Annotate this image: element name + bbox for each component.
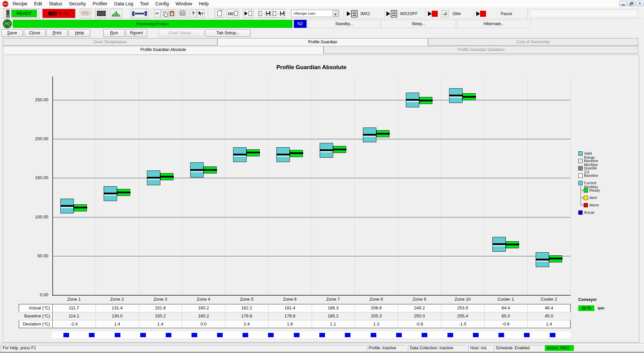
legend-label: Current Min/Max — [584, 181, 598, 189]
table-cell: -2.4 — [52, 320, 96, 328]
menu-window[interactable]: Window — [172, 0, 196, 8]
view-recipe-button[interactable] — [227, 9, 239, 18]
tab-profile-guardian[interactable]: Profile Guardian — [217, 38, 428, 46]
column-separator — [355, 77, 355, 296]
menu-help[interactable]: Help — [196, 0, 212, 8]
save-button[interactable]: Save — [1, 29, 23, 37]
gridline — [52, 295, 571, 296]
tab-profile-guardian-absolute[interactable]: Profile Guardian Absolute — [3, 46, 324, 54]
close-button[interactable]: × — [636, 1, 644, 6]
cut-button[interactable]: ✂ — [154, 9, 161, 17]
standby-button[interactable]: Standby... — [308, 20, 380, 28]
baseline-minmax-box — [104, 195, 117, 196]
menu-config[interactable]: Config — [152, 0, 172, 8]
chart-setup-button[interactable]: Chart Setup... — [159, 29, 204, 37]
help-topics-button[interactable]: ? — [190, 9, 197, 17]
minimize-button[interactable] — [619, 1, 627, 6]
statusbar-help-text: For Help, press F1 — [1, 345, 365, 351]
sleep-button[interactable]: Sleep... — [381, 20, 456, 28]
actual-bar — [505, 244, 519, 245]
menu-bar: BTU RecipeEditStatusSecurityProfilerData… — [0, 0, 644, 8]
print-button[interactable]: Print — [46, 29, 68, 37]
table-cell: 46.4 — [527, 304, 571, 312]
menu-security[interactable]: Security — [65, 0, 89, 8]
gridline — [52, 217, 571, 217]
gridline — [52, 256, 571, 256]
status-panel-schedule: Schedule: Enabled — [494, 345, 544, 351]
close-recipe-button[interactable]: Close — [24, 29, 45, 37]
recipe-list-icon — [351, 10, 358, 17]
tab-profile-guardian-deviation[interactable]: Profile Guardian Deviation — [324, 46, 638, 54]
table-cell: 255.4 — [441, 312, 484, 320]
oiler-crosshair-icon — [441, 10, 449, 17]
cut-icon: ✂ — [155, 11, 159, 16]
run-recipe-button[interactable] — [243, 9, 254, 18]
save-recipe-button[interactable]: → — [258, 9, 271, 18]
baseline-minmax-box — [191, 171, 203, 172]
paste-icon — [170, 11, 174, 16]
table-cell: 205.3 — [355, 312, 398, 320]
menu-tool[interactable]: Tool — [137, 0, 152, 8]
table-cell: 1.4 — [139, 320, 182, 328]
pause-button[interactable]: Pause — [476, 9, 523, 18]
baseline-minmax-box — [147, 179, 160, 180]
imx2off-button[interactable]: IMX2OFF — [386, 9, 423, 18]
copy-button[interactable] — [161, 9, 168, 17]
tab-setup-button[interactable]: Tab Setup... — [205, 29, 251, 37]
zone-chart-button[interactable] — [110, 9, 122, 18]
paste-button[interactable] — [168, 9, 175, 17]
gridline — [52, 178, 571, 178]
status-panel-active: Active: IMX2 — [545, 345, 574, 351]
table-column-separator — [571, 304, 571, 328]
help-button[interactable]: Help — [69, 29, 90, 37]
context-help-button[interactable]: ? — [197, 9, 205, 17]
toolbar-separator — [151, 9, 151, 18]
menu-data-log[interactable]: Data Log — [111, 0, 137, 8]
menu-edit[interactable]: Edit — [31, 0, 46, 8]
table-cell: 179.8 — [268, 312, 312, 320]
recipe-list-combobox[interactable]: <Recipe List> — [291, 10, 339, 17]
print-button[interactable] — [178, 9, 186, 17]
table-cell: 1.4 — [96, 320, 139, 328]
actual-bar — [160, 176, 174, 178]
table-row-label: Actual (°C) — [19, 304, 52, 312]
table-cell: 179.8 — [225, 312, 268, 320]
oiler-button[interactable]: Oiler — [428, 9, 472, 18]
oven-state-button[interactable]: READY — [3, 9, 39, 18]
carrier-mark — [345, 333, 351, 337]
actual-bar — [376, 133, 390, 135]
tab-oven-temperature[interactable]: Oven Temperature — [3, 38, 217, 46]
menu-status[interactable]: Status — [46, 0, 66, 8]
oven-view-button[interactable] — [80, 9, 91, 18]
new-recipe-button[interactable]: * — [215, 9, 224, 18]
legend-label: Baseline Min/Max — [584, 159, 598, 167]
dropdown-arrow-icon[interactable] — [332, 10, 338, 16]
menu-profiler[interactable]: Profiler — [89, 0, 111, 8]
revert-button[interactable]: Revert — [126, 29, 147, 37]
tab-cost-of-ownership[interactable]: Cost of Ownership — [428, 38, 638, 46]
estop-label: fs - PE — [58, 11, 69, 15]
recipe-list-icon — [391, 10, 397, 17]
bar-chart-icon — [112, 10, 120, 16]
main-toolbar: READY fs - PE — [0, 8, 644, 19]
estop-button[interactable]: fs - PE — [42, 9, 75, 18]
baseline-bar — [233, 154, 247, 155]
matrix-view-button[interactable] — [95, 9, 107, 18]
imx2-button[interactable]: IMX2 — [347, 9, 383, 18]
hibernate-button[interactable]: Hibernate... — [457, 20, 531, 28]
run-button[interactable]: Run — [103, 29, 125, 37]
baseline-bar — [276, 154, 290, 155]
restore-button[interactable] — [628, 1, 635, 6]
gridline — [52, 139, 571, 139]
oiler-label: Oiler — [452, 11, 461, 16]
baseline-minmax-box — [406, 101, 419, 102]
menu-recipe[interactable]: Recipe — [9, 0, 31, 8]
maintenance-button[interactable] — [131, 9, 148, 18]
table-cell: 65.0 — [484, 312, 528, 320]
conveyor-units: ipm — [598, 306, 604, 310]
table-column-separator — [484, 304, 485, 328]
x-axis-label: Zone 1 — [53, 297, 95, 302]
carrier-mark — [319, 333, 325, 337]
load-recipe-button[interactable]: ← — [272, 9, 285, 18]
toolbar-spacer — [530, 9, 638, 17]
